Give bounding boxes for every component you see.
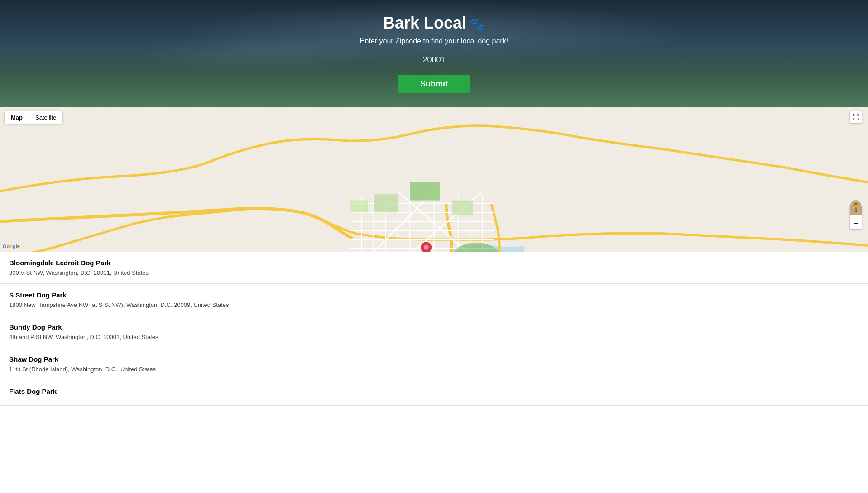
map-type-control: Map Satellite <box>5 111 62 124</box>
submit-button[interactable]: Submit <box>398 75 470 93</box>
park-address-2: 4th and P St NW, Washington, D.C. 20001,… <box>9 334 859 340</box>
park-name-1: S Street Dog Park <box>9 291 859 299</box>
svg-rect-22 <box>374 194 398 212</box>
svg-rect-23 <box>452 201 473 215</box>
svg-point-33 <box>424 245 429 250</box>
park-item-1[interactable]: S Street Dog Park 1800 New Hampshire Ave… <box>0 284 868 316</box>
zipcode-input[interactable] <box>403 53 466 67</box>
park-name-3: Shaw Dog Park <box>9 355 859 363</box>
park-item-4[interactable]: Flats Dog Park <box>0 380 868 406</box>
park-address-3: 11th St (Rhode Island), Washington, D.C.… <box>9 366 859 373</box>
map-type-map-button[interactable]: Map <box>5 111 29 124</box>
park-item-0[interactable]: Bloomingdale Ledroit Dog Park 300 V St N… <box>0 252 868 284</box>
fullscreen-button[interactable] <box>850 111 862 123</box>
google-logo: Google <box>3 244 20 249</box>
svg-marker-32 <box>423 250 429 252</box>
map[interactable]: Washington Arlington The Yards Park <box>0 107 868 252</box>
park-list: Bloomingdale Ledroit Dog Park 300 V St N… <box>0 252 868 406</box>
map-type-satellite-button[interactable]: Satellite <box>29 111 62 124</box>
map-container: Washington Arlington The Yards Park <box>0 107 868 252</box>
subtitle: Enter your Zipcode to find your local do… <box>360 37 508 45</box>
park-name-0: Bloomingdale Ledroit Dog Park <box>9 259 859 267</box>
park-address-0: 300 V St NW, Washington, D.C. 20001, Uni… <box>9 269 859 276</box>
svg-rect-24 <box>410 182 440 201</box>
park-name-2: Bundy Dog Park <box>9 323 859 331</box>
paw-icon: 🐾 <box>469 17 485 32</box>
park-item-3[interactable]: Shaw Dog Park 11th St (Rhode Island), Wa… <box>0 348 868 380</box>
svg-rect-21 <box>350 201 368 213</box>
park-address-1: 1800 New Hampshire Ave NW (at S St NW), … <box>9 302 859 308</box>
zoom-out-button[interactable]: − <box>850 217 862 229</box>
app-title: Bark Local🐾 <box>383 14 485 33</box>
park-item-2[interactable]: Bundy Dog Park 4th and P St NW, Washingt… <box>0 316 868 348</box>
streetview-person[interactable]: 🧍 <box>850 200 862 215</box>
park-name-4: Flats Dog Park <box>9 388 859 395</box>
app-header: Bark Local🐾 Enter your Zipcode to find y… <box>0 0 868 107</box>
